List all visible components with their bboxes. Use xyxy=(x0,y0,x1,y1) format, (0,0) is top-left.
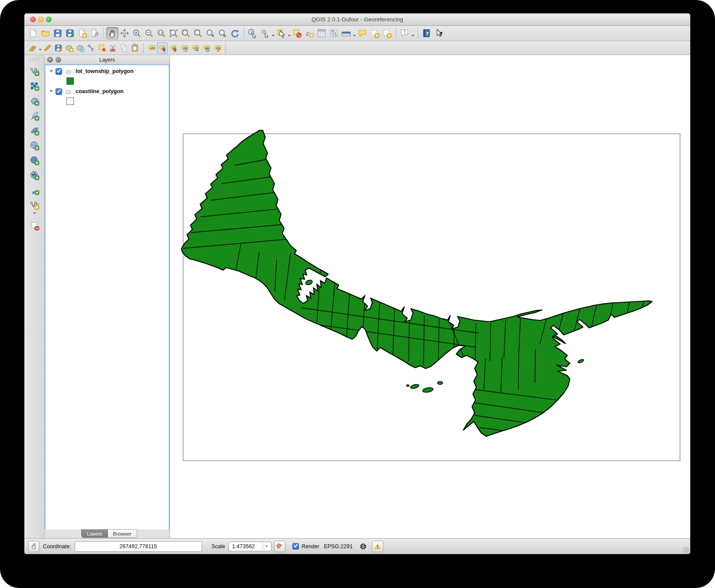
expander-icon[interactable] xyxy=(49,90,53,94)
add-wcs-layer-button[interactable] xyxy=(28,154,41,167)
add-spatialite-layer-button[interactable] xyxy=(28,110,41,122)
layer-symbology-row[interactable] xyxy=(45,97,169,105)
pan-to-selection-button[interactable] xyxy=(118,27,131,39)
measure-button[interactable] xyxy=(340,27,352,39)
close-window-button[interactable] xyxy=(30,17,36,22)
open-attribute-table-button[interactable] xyxy=(316,27,328,39)
tab-layers[interactable]: Layers xyxy=(81,529,108,538)
rotate-label-button[interactable]: abc xyxy=(201,42,212,53)
expander-icon[interactable] xyxy=(49,70,53,74)
zoom-native-button[interactable]: 1:1 xyxy=(155,27,167,39)
refresh-map-button[interactable] xyxy=(229,27,241,39)
pin-labels-button[interactable]: ab xyxy=(157,42,168,53)
add-delimited-text-button[interactable]: , xyxy=(28,184,41,196)
help-contents-button[interactable]: ? xyxy=(420,27,433,39)
chevron-down-icon[interactable] xyxy=(411,26,415,41)
chevron-down-icon[interactable] xyxy=(38,41,42,55)
whats-this-button[interactable]: ? xyxy=(433,27,445,39)
zoom-out-icon xyxy=(144,28,154,38)
messages-warning-icon[interactable] xyxy=(372,541,383,552)
map-tips-button[interactable] xyxy=(356,27,368,39)
layer-checkbox[interactable] xyxy=(56,88,62,95)
change-label-button[interactable]: abc xyxy=(212,42,222,53)
resize-grip[interactable] xyxy=(683,547,689,553)
zoom-out-button[interactable] xyxy=(143,27,155,39)
show-pinned-labels-button[interactable]: ab xyxy=(168,42,179,53)
chevron-down-icon[interactable] xyxy=(271,26,275,41)
svg-text:abc: abc xyxy=(194,46,199,50)
new-shapefile-icon xyxy=(29,200,40,210)
labeling-options-button[interactable]: abc xyxy=(146,42,157,53)
deselect-features-button[interactable] xyxy=(291,27,303,39)
layer-checkbox[interactable] xyxy=(56,68,62,75)
composer-manager-button[interactable] xyxy=(88,27,101,39)
new-shapefile-layer-button[interactable] xyxy=(28,199,41,211)
toolbar-separator xyxy=(224,43,227,53)
add-wfs-layer-button[interactable] xyxy=(28,169,41,181)
add-feature-button[interactable] xyxy=(64,42,75,53)
zoom-last-button[interactable] xyxy=(204,27,216,39)
chevron-down-icon[interactable] xyxy=(263,543,271,550)
zoom-next-button[interactable] xyxy=(216,27,229,39)
new-composer-button[interactable] xyxy=(76,27,88,39)
chevron-down-icon[interactable] xyxy=(352,26,356,41)
add-raster-layer-button[interactable] xyxy=(28,80,41,92)
copy-features-button[interactable] xyxy=(118,42,129,53)
stop-rendering-icon[interactable] xyxy=(274,541,285,552)
tab-browser[interactable]: Browser xyxy=(108,529,137,538)
cut-features-button[interactable] xyxy=(108,42,118,53)
chevron-down-icon[interactable] xyxy=(287,26,291,41)
coordinate-input[interactable] xyxy=(75,541,202,552)
run-feature-action-button[interactable] xyxy=(259,27,271,39)
pan-map-button[interactable] xyxy=(106,27,118,39)
layer-name: coastline_polygon xyxy=(76,88,124,94)
paste-features-button[interactable] xyxy=(129,42,140,53)
text-annotation-button[interactable]: T xyxy=(399,27,411,39)
minimize-window-button[interactable] xyxy=(38,17,44,22)
new-project-button[interactable] xyxy=(27,27,39,39)
show-hide-labels-button[interactable]: abc xyxy=(179,42,190,53)
save-project-as-button[interactable] xyxy=(64,27,76,39)
chevron-down-icon[interactable] xyxy=(32,212,36,218)
crs-globe-icon[interactable] xyxy=(358,541,368,552)
save-project-button[interactable] xyxy=(52,27,64,39)
polygon-layer-icon xyxy=(65,88,73,94)
move-label-button[interactable]: abc xyxy=(190,42,201,53)
zoom-window-button[interactable] xyxy=(46,17,52,22)
remove-layer-button[interactable] xyxy=(28,219,41,232)
add-vector-layer-button[interactable] xyxy=(28,65,41,77)
layer-item-coastline-polygon[interactable]: coastline_polygon xyxy=(45,87,169,96)
layer-symbology-row[interactable] xyxy=(45,77,169,85)
pencil-icon xyxy=(43,43,52,52)
select-by-expression-button[interactable]: ε xyxy=(303,27,316,39)
save-layer-edits-button[interactable] xyxy=(53,42,64,53)
coordinate-toggle-icon[interactable] xyxy=(28,541,39,552)
add-mssql-layer-button[interactable] xyxy=(28,125,41,137)
identify-features-button[interactable]: i xyxy=(246,27,259,39)
layer-item-lot-township-polygon[interactable]: lot_township_polygon xyxy=(45,67,169,76)
render-checkbox[interactable] xyxy=(292,543,299,550)
zoom-to-layer-button[interactable] xyxy=(192,27,204,39)
zoom-full-button[interactable] xyxy=(167,27,180,39)
add-wms-layer-button[interactable] xyxy=(28,139,41,152)
map-canvas[interactable] xyxy=(170,55,690,538)
new-bookmark-button[interactable] xyxy=(368,27,381,39)
zoom-in-button[interactable] xyxy=(131,27,143,39)
move-feature-button[interactable] xyxy=(75,42,86,53)
scale-combobox[interactable]: 1:473562 xyxy=(229,542,271,551)
node-tool-button[interactable] xyxy=(86,42,97,53)
toolbar-drag-handle[interactable] xyxy=(30,58,39,61)
add-spatialite-icon xyxy=(29,111,40,121)
open-project-button[interactable] xyxy=(39,27,52,39)
show-bookmarks-button[interactable] xyxy=(381,27,393,39)
zoom-to-selection-button[interactable] xyxy=(180,27,192,39)
render-toggle[interactable]: Render xyxy=(292,543,319,550)
title-bar: QGIS 2.0.1-Dufour - Georeferencing xyxy=(24,14,690,26)
current-edits-button[interactable] xyxy=(27,42,38,53)
label-rotate-icon: abc xyxy=(201,43,211,52)
toggle-editing-button[interactable] xyxy=(42,42,53,53)
add-postgis-layer-button[interactable] xyxy=(28,95,41,107)
delete-selected-button[interactable] xyxy=(97,42,108,53)
field-calculator-button[interactable] xyxy=(328,27,340,39)
select-features-button[interactable] xyxy=(275,27,287,39)
